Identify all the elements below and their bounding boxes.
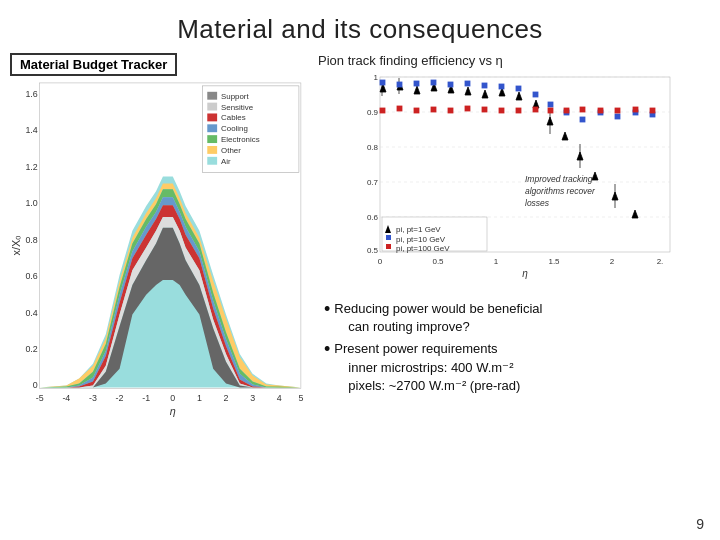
svg-rect-103 bbox=[397, 106, 402, 111]
svg-text:3: 3 bbox=[250, 393, 255, 403]
svg-text:2.: 2. bbox=[657, 257, 664, 266]
svg-text:0.8: 0.8 bbox=[367, 143, 379, 152]
svg-text:η: η bbox=[170, 405, 176, 417]
svg-text:x/X₀: x/X₀ bbox=[10, 235, 22, 256]
svg-rect-102 bbox=[380, 108, 385, 113]
bullet-dot-2: • bbox=[324, 340, 330, 358]
svg-rect-85 bbox=[380, 80, 385, 85]
svg-text:Improved tracking: Improved tracking bbox=[525, 174, 593, 184]
svg-text:1.0: 1.0 bbox=[25, 198, 37, 208]
svg-text:Air: Air bbox=[221, 157, 231, 166]
svg-rect-105 bbox=[431, 107, 436, 112]
svg-rect-88 bbox=[431, 80, 436, 85]
svg-text:-5: -5 bbox=[36, 393, 44, 403]
svg-rect-111 bbox=[533, 107, 538, 112]
svg-text:pi, pt=100 GeV: pi, pt=100 GeV bbox=[396, 244, 450, 253]
svg-rect-33 bbox=[207, 103, 217, 111]
svg-text:0.8: 0.8 bbox=[25, 235, 37, 245]
svg-text:1.5: 1.5 bbox=[548, 257, 560, 266]
svg-rect-97 bbox=[580, 117, 585, 122]
svg-rect-104 bbox=[414, 108, 419, 113]
plot-label: Material Budget Tracker bbox=[10, 53, 177, 76]
svg-rect-31 bbox=[207, 92, 217, 100]
svg-rect-112 bbox=[548, 108, 553, 113]
svg-rect-106 bbox=[448, 108, 453, 113]
svg-rect-117 bbox=[633, 107, 638, 112]
svg-text:2: 2 bbox=[610, 257, 615, 266]
svg-text:Cables: Cables bbox=[221, 113, 246, 122]
svg-rect-43 bbox=[207, 157, 217, 165]
svg-text:1.2: 1.2 bbox=[25, 162, 37, 172]
svg-rect-108 bbox=[482, 107, 487, 112]
svg-text:0.5: 0.5 bbox=[432, 257, 444, 266]
svg-text:0.5: 0.5 bbox=[367, 246, 379, 255]
svg-text:1: 1 bbox=[374, 73, 379, 82]
bullet-item-2: • Present power requirements inner micro… bbox=[324, 340, 712, 395]
bullet-subtext-1: can routing improve? bbox=[348, 319, 469, 334]
svg-text:0.4: 0.4 bbox=[25, 308, 37, 318]
svg-rect-93 bbox=[516, 86, 521, 91]
svg-rect-92 bbox=[499, 84, 504, 89]
svg-text:0.2: 0.2 bbox=[25, 344, 37, 354]
svg-rect-110 bbox=[516, 108, 521, 113]
svg-text:0: 0 bbox=[170, 393, 175, 403]
svg-text:algorithms recover: algorithms recover bbox=[525, 186, 596, 196]
svg-rect-37 bbox=[207, 124, 217, 132]
svg-text:0: 0 bbox=[33, 380, 38, 390]
bullet-item-1: • Reducing power would be beneficial can… bbox=[324, 300, 712, 336]
svg-rect-39 bbox=[207, 135, 217, 143]
svg-text:Support: Support bbox=[221, 92, 249, 101]
svg-rect-115 bbox=[598, 108, 603, 113]
svg-text:-1: -1 bbox=[142, 393, 150, 403]
svg-text:pi, pt=1 GeV: pi, pt=1 GeV bbox=[396, 225, 441, 234]
svg-text:losses: losses bbox=[525, 198, 550, 208]
svg-rect-89 bbox=[448, 82, 453, 87]
svg-rect-41 bbox=[207, 146, 217, 154]
svg-rect-124 bbox=[386, 244, 391, 249]
material-budget-plot: 0 0.2 0.4 0.6 0.8 1.0 1.2 1.4 1.6 x/X₀ -… bbox=[8, 78, 308, 418]
svg-text:0.6: 0.6 bbox=[25, 271, 37, 281]
content-area: Material Budget Tracker 0 0.2 0.4 0.6 0.… bbox=[0, 53, 720, 493]
bullet-text-1: Reducing power would be beneficial bbox=[334, 301, 542, 316]
svg-text:2: 2 bbox=[224, 393, 229, 403]
svg-text:η: η bbox=[522, 268, 528, 279]
left-plot: Material Budget Tracker 0 0.2 0.4 0.6 0.… bbox=[8, 53, 308, 493]
svg-rect-94 bbox=[533, 92, 538, 97]
svg-rect-95 bbox=[548, 102, 553, 107]
bullet-text-2: Present power requirements bbox=[334, 341, 497, 356]
svg-text:1.6: 1.6 bbox=[25, 89, 37, 99]
svg-text:1: 1 bbox=[197, 393, 202, 403]
svg-text:4: 4 bbox=[277, 393, 282, 403]
bullet-dot-1: • bbox=[324, 300, 330, 318]
bullet-subtext-2-line1: inner microstrips: 400 W.m⁻² bbox=[348, 360, 513, 375]
efficiency-plot: 1 0.9 0.8 0.7 0.6 0.5 0 0.5 1 1.5 2 2. η bbox=[318, 72, 712, 292]
svg-text:Other: Other bbox=[221, 146, 241, 155]
svg-text:5: 5 bbox=[298, 393, 303, 403]
svg-rect-35 bbox=[207, 113, 217, 121]
svg-text:Sensitive: Sensitive bbox=[221, 103, 254, 112]
svg-text:1: 1 bbox=[494, 257, 499, 266]
svg-text:0: 0 bbox=[378, 257, 383, 266]
svg-rect-118 bbox=[650, 108, 655, 113]
efficiency-svg: 1 0.9 0.8 0.7 0.6 0.5 0 0.5 1 1.5 2 2. η bbox=[318, 72, 712, 282]
svg-rect-90 bbox=[465, 81, 470, 86]
page-number: 9 bbox=[696, 516, 704, 532]
svg-rect-87 bbox=[414, 81, 419, 86]
svg-text:Electronics: Electronics bbox=[221, 135, 260, 144]
svg-text:1.4: 1.4 bbox=[25, 125, 37, 135]
svg-rect-114 bbox=[580, 107, 585, 112]
svg-rect-86 bbox=[397, 82, 402, 87]
svg-text:-3: -3 bbox=[89, 393, 97, 403]
svg-text:-2: -2 bbox=[116, 393, 124, 403]
svg-rect-107 bbox=[465, 106, 470, 111]
svg-text:Cooling: Cooling bbox=[221, 124, 248, 133]
svg-rect-99 bbox=[615, 114, 620, 119]
svg-text:0.6: 0.6 bbox=[367, 213, 379, 222]
page-title: Material and its consequences bbox=[0, 0, 720, 53]
svg-rect-113 bbox=[564, 108, 569, 113]
efficiency-title: Pion track finding efficiency vs η bbox=[318, 53, 712, 68]
svg-rect-109 bbox=[499, 108, 504, 113]
svg-rect-122 bbox=[386, 235, 391, 240]
svg-text:-4: -4 bbox=[62, 393, 70, 403]
svg-rect-91 bbox=[482, 83, 487, 88]
